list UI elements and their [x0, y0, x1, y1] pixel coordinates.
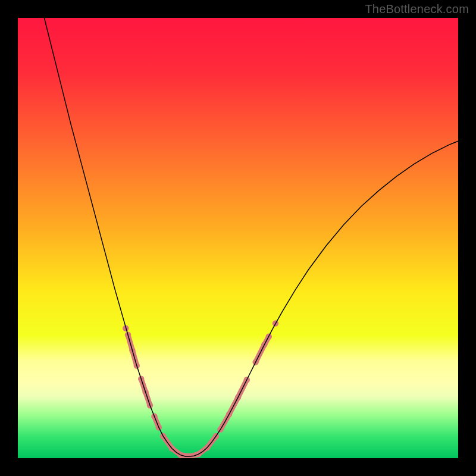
bottleneck-chart [18, 18, 458, 458]
chart-frame: TheBottleneck.com [0, 0, 476, 476]
watermark-text: TheBottleneck.com [365, 2, 469, 16]
